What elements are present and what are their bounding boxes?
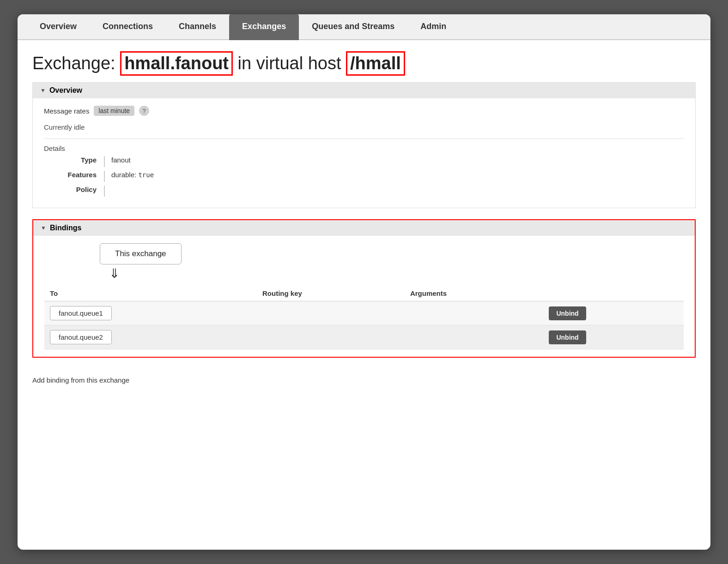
unbind-button-2[interactable]: Unbind [549, 330, 586, 344]
bindings-section-header: ▼ Bindings [33, 220, 695, 236]
features-durable-value: true [138, 171, 154, 179]
table-row: fanout.queue2 Unbind [44, 325, 684, 349]
binding-queue-2: fanout.queue2 [44, 325, 257, 349]
overview-body: Message rates last minute ? Currently id… [33, 98, 695, 208]
col-arguments: Arguments [405, 286, 544, 301]
details-key-type: Type [53, 156, 104, 164]
details-key-features: Features [53, 171, 104, 179]
bindings-chevron-icon: ▼ [41, 225, 46, 231]
overview-section: ▼ Overview Message rates last minute ? C… [32, 82, 696, 208]
binding-arguments-2 [405, 325, 544, 349]
bindings-table: To Routing key Arguments fanout.queue1 [44, 286, 684, 349]
col-routing-key: Routing key [257, 286, 405, 301]
add-binding-section: Add binding from this exchange [32, 369, 696, 384]
details-row-type: Type fanout [53, 156, 684, 167]
details-val-type: fanout [104, 156, 131, 167]
this-exchange-box: This exchange [100, 243, 182, 264]
unbind-cell-1: Unbind [543, 301, 684, 325]
details-val-features: durable: true [104, 171, 154, 182]
queue-box-1: fanout.queue1 [50, 306, 112, 320]
table-row: fanout.queue1 Unbind [44, 301, 684, 325]
details-label: Details [44, 144, 684, 152]
title-prefix: Exchange: [32, 54, 115, 73]
last-minute-badge[interactable]: last minute [94, 106, 134, 116]
col-to: To [44, 286, 257, 301]
message-rates-row: Message rates last minute ? [44, 106, 684, 116]
page-title: Exchange: hmall.fanout in virtual host /… [32, 51, 696, 76]
unbind-cell-2: Unbind [543, 325, 684, 349]
details-val-policy [104, 186, 111, 197]
details-key-policy: Policy [53, 186, 104, 193]
divider-1 [44, 138, 684, 139]
binding-arguments-1 [405, 301, 544, 325]
page-content: Exchange: hmall.fanout in virtual host /… [18, 40, 710, 400]
add-binding-label: Add binding from this exchange [32, 376, 696, 384]
tab-channels[interactable]: Channels [166, 14, 229, 40]
bindings-section-label: Bindings [50, 224, 81, 232]
exchange-name-highlight: hmall.fanout [120, 51, 233, 76]
unbind-button-1[interactable]: Unbind [549, 306, 586, 320]
tab-exchanges[interactable]: Exchanges [229, 14, 299, 40]
binding-routing-key-1 [257, 301, 405, 325]
details-table: Type fanout Features durable: true Polic… [53, 156, 684, 197]
tab-admin[interactable]: Admin [407, 14, 459, 40]
col-action [543, 286, 684, 301]
overview-section-header: ▼ Overview [33, 83, 695, 98]
idle-text: Currently idle [44, 123, 684, 131]
tab-connections[interactable]: Connections [90, 14, 166, 40]
overview-chevron-icon: ▼ [40, 87, 46, 94]
details-row-features: Features durable: true [53, 171, 684, 182]
nav-tabs: Overview Connections Channels Exchanges … [18, 14, 710, 40]
this-exchange-wrap: This exchange ⇓ [100, 243, 684, 280]
main-window: Overview Connections Channels Exchanges … [18, 14, 710, 550]
bindings-section: ▼ Bindings This exchange ⇓ To Routing ke… [32, 219, 696, 358]
message-rates-label: Message rates [44, 107, 89, 115]
features-durable-label: durable: [111, 171, 136, 179]
virtual-host-highlight: /hmall [346, 51, 405, 76]
title-middle: in virtual host [238, 54, 341, 73]
down-arrow-icon: ⇓ [109, 267, 120, 280]
help-icon[interactable]: ? [139, 106, 149, 116]
queue-box-2: fanout.queue2 [50, 330, 112, 344]
bindings-body: This exchange ⇓ To Routing key Arguments [33, 236, 695, 357]
binding-routing-key-2 [257, 325, 405, 349]
tab-overview[interactable]: Overview [27, 14, 90, 40]
details-row-policy: Policy [53, 186, 684, 197]
overview-section-label: Overview [49, 86, 82, 95]
tab-queues-streams[interactable]: Queues and Streams [299, 14, 407, 40]
binding-queue-1: fanout.queue1 [44, 301, 257, 325]
